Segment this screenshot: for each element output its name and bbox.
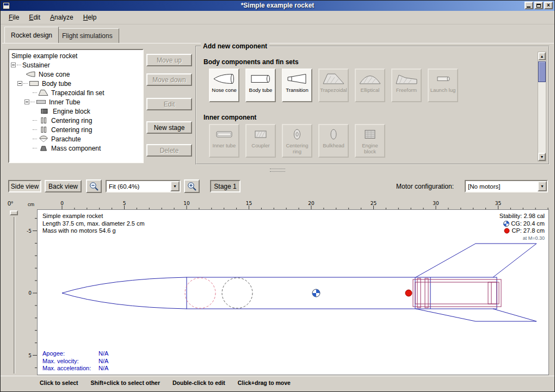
tree-item-body-tube[interactable]: Body tube: [9, 79, 143, 88]
back-view-button[interactable]: Back view: [45, 180, 82, 192]
tree-item-mass-component[interactable]: Mass component: [9, 144, 143, 153]
add-engine-block-button: Engine block: [355, 124, 385, 158]
cg-value: CG: 20.4 cm: [511, 220, 545, 227]
rocket-dimensions: Length 37.5 cm, max. diameter 2.5 cm: [42, 220, 145, 228]
nose-cone-icon: [212, 72, 236, 86]
tree-item-engine-block[interactable]: Engine block: [9, 107, 143, 116]
rotation-slider-thumb[interactable]: [10, 210, 18, 215]
status-bar: Click to select Shift+click to select ot…: [1, 376, 554, 391]
splitter-grip-icon: [270, 169, 285, 172]
tab-rocket-design[interactable]: Rocket design: [4, 27, 59, 43]
stage-1-toggle[interactable]: Stage 1: [210, 180, 240, 192]
arrow-down-icon: ▼: [540, 155, 544, 159]
new-stage-button[interactable]: New stage: [146, 121, 192, 134]
nose-cone-outline: [62, 277, 187, 309]
maximize-button[interactable]: [534, 2, 543, 9]
rocket-mass: Mass with no motors 54.6 g: [42, 227, 145, 235]
zoom-out-button[interactable]: [86, 179, 102, 193]
tree-item-inner-tube[interactable]: Inner Tube: [9, 97, 143, 107]
openrocket-window: *Simple example rocket × File Edit Analy…: [0, 0, 555, 392]
hint-click-drag: Click+drag to move: [238, 379, 291, 386]
edit-button: Edit: [146, 98, 192, 110]
menu-bar: File Edit Analyze Help: [1, 11, 554, 24]
tree-item-fin-set[interactable]: Trapezoidal fin set: [9, 88, 143, 97]
tree-item-label: Trapezoidal fin set: [51, 89, 104, 97]
hint-double-click: Double-click to edit: [172, 379, 225, 386]
body-tube-icon: [29, 80, 40, 87]
rotation-slider-track[interactable]: [14, 217, 15, 374]
zoom-select[interactable]: Fit (60.4%) ▼: [106, 180, 181, 192]
parachute-icon: [38, 135, 49, 142]
motor-configuration-select[interactable]: [No motors] ▼: [465, 180, 548, 192]
window-controls: ×: [525, 2, 553, 9]
tree-item-parachute[interactable]: Parachute: [9, 134, 143, 144]
svg-text:25: 25: [371, 201, 377, 206]
tree-item-label: Engine block: [53, 108, 90, 115]
trapezoidal-fin-icon: [322, 72, 346, 86]
add-nose-cone-button[interactable]: Nose cone: [209, 69, 239, 102]
menu-file[interactable]: File: [4, 11, 24, 23]
pane-splitter[interactable]: [1, 166, 554, 173]
tab-flight-simulations[interactable]: Flight simulations: [55, 28, 119, 43]
tree-item-label: Sustainer: [22, 61, 50, 69]
motor-configuration-label: Motor configuration:: [396, 183, 454, 190]
tree-connector: [33, 148, 37, 148]
menu-edit[interactable]: Edit: [24, 11, 45, 23]
tree-item-nose-cone[interactable]: Nose cone: [9, 70, 143, 79]
add-transition-button[interactable]: Transition: [282, 69, 312, 102]
fin-icon: [38, 89, 49, 96]
tree-item-centering-ring-1[interactable]: Centering ring: [9, 116, 143, 125]
component-scrollbar[interactable]: ▲ ▼: [538, 52, 546, 161]
apogee-label: Apogee:: [42, 350, 98, 358]
inner-tube-icon: [212, 127, 236, 141]
add-body-tube-button[interactable]: Body tube: [245, 69, 276, 102]
add-bulkhead-button: Bulkhead: [318, 124, 349, 158]
centering-ring-icon: [38, 117, 49, 124]
add-freeform-fin-button: Freeform: [391, 69, 422, 102]
tree-item-label: Centering ring: [51, 126, 92, 134]
svg-text:10: 10: [183, 201, 190, 206]
hint-click-select: Click to select: [40, 379, 78, 386]
collapse-icon[interactable]: [11, 63, 16, 67]
max-velocity-label: Max. velocity:: [42, 358, 98, 365]
maximize-icon: [536, 4, 541, 8]
centering-ring-icon: [38, 126, 49, 133]
scroll-up-button[interactable]: ▲: [538, 52, 546, 60]
close-button[interactable]: ×: [544, 2, 553, 9]
side-view-button[interactable]: Side view: [8, 180, 41, 192]
scrollbar-thumb[interactable]: [538, 61, 546, 82]
svg-text:15: 15: [246, 201, 252, 206]
engine-block-icon: [358, 127, 382, 141]
rocket-canvas-region: 0° cm 05101520253035 -505: [2, 199, 554, 376]
rocket-drawing-area[interactable]: Simple example rocket Length 37.5 cm, ma…: [37, 209, 549, 375]
mass-component-outline: [222, 278, 252, 308]
hint-shift-click: Shift+click to select other: [91, 379, 161, 386]
tree-connector: [30, 102, 35, 102]
vertical-ruler: -505: [27, 210, 38, 375]
menu-analyze[interactable]: Analyze: [45, 11, 78, 23]
move-up-button: Move up: [146, 54, 192, 66]
magnifier-minus-icon: [89, 181, 100, 192]
inner-tube-icon: [36, 98, 47, 105]
zoom-in-button[interactable]: [184, 179, 200, 193]
tree-item-stage[interactable]: Sustainer: [9, 60, 143, 70]
tree-item-rocket[interactable]: Simple example rocket: [9, 51, 143, 60]
add-coupler-button: Coupler: [245, 124, 276, 158]
view-toolbar: Side view Back view Fit (60.4%) ▼ Stage …: [1, 173, 554, 199]
ruler-unit-label: cm: [28, 202, 34, 207]
tree-item-centering-ring-2[interactable]: Centering ring: [9, 125, 143, 134]
flight-estimates-block: Apogee:N/A Max. velocity:N/A Max. accele…: [42, 350, 108, 372]
magnifier-plus-icon: [187, 181, 198, 192]
tree-item-label: Centering ring: [51, 117, 92, 125]
menu-help[interactable]: Help: [78, 11, 102, 23]
add-inner-tube-button: Inner tube: [209, 124, 239, 158]
max-acceleration-value: N/A: [98, 365, 108, 371]
motor-configuration-value: [No motors]: [468, 181, 500, 191]
collapse-icon[interactable]: [17, 81, 22, 86]
chevron-down-icon[interactable]: ▼: [538, 181, 547, 191]
chevron-down-icon[interactable]: ▼: [170, 181, 180, 191]
minimize-button[interactable]: [525, 2, 533, 9]
collapse-icon[interactable]: [24, 99, 29, 104]
scroll-down-button[interactable]: ▼: [538, 153, 546, 161]
centering-ring-icon: [285, 127, 309, 141]
